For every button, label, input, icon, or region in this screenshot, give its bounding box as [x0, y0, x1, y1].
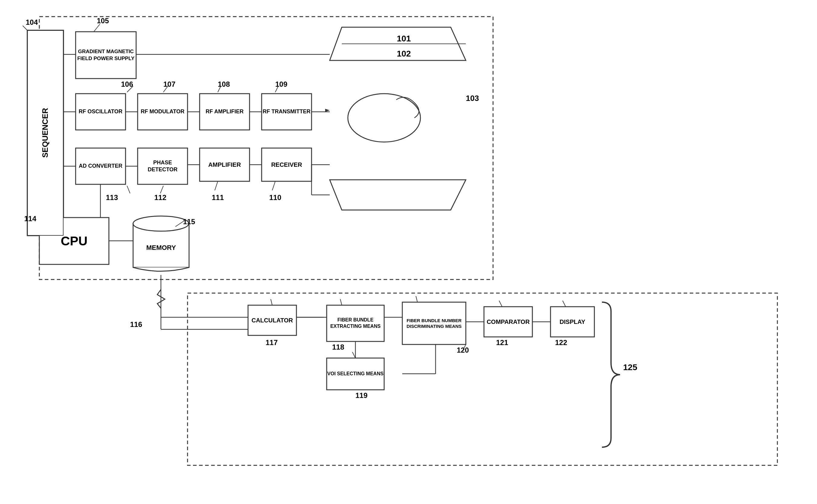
- ref-114-label: 114: [24, 215, 36, 223]
- svg-line-66: [416, 296, 417, 302]
- mri-top-number-2: 102: [342, 47, 466, 60]
- sequencer-block: SEQUENCER: [27, 30, 63, 236]
- cpu-block: CPU: [39, 218, 109, 264]
- fiber-bundle-extracting-block: FIBER BUNDLE EXTRACTING MEANS: [327, 305, 384, 341]
- ref-122: 122: [555, 338, 567, 347]
- ref-114: 114: [24, 215, 36, 223]
- ref-111-label: 111: [212, 193, 224, 202]
- ref-115: 115: [183, 218, 195, 226]
- ref-107-label: 107: [163, 80, 175, 89]
- ref-120: 120: [457, 346, 469, 354]
- ref-106-label: 106: [121, 80, 133, 89]
- sequencer-label: SEQUENCER: [40, 108, 50, 158]
- svg-line-69: [499, 301, 502, 307]
- amplifier-block: AMPLIFIER: [199, 148, 250, 181]
- ref-125-label: 125: [623, 363, 637, 372]
- ref-112: 112: [154, 193, 166, 202]
- ref-122-label: 122: [555, 338, 567, 347]
- fiber-bundle-discriminating-block: FIBER BUNDLE NUMBER DISCRIMINATING MEANS: [402, 302, 466, 344]
- ad-converter-block: AD CONVERTER: [76, 148, 125, 184]
- ref-108-label: 108: [218, 80, 230, 89]
- ref-121: 121: [496, 338, 508, 347]
- rf-modulator-label: RF MODULATOR: [141, 108, 184, 115]
- ref-104: 104: [26, 18, 38, 26]
- ref-121-label: 121: [496, 338, 508, 347]
- fiber-bundle-discriminating-label: FIBER BUNDLE NUMBER DISCRIMINATING MEANS: [402, 318, 466, 329]
- ref-118: 118: [332, 343, 344, 351]
- receiver-label: RECEIVER: [271, 161, 302, 169]
- svg-line-53: [94, 24, 100, 32]
- display-label: DISPLAY: [559, 318, 585, 325]
- ref-118-label: 118: [332, 343, 344, 351]
- mri-top-number: 101: [342, 30, 466, 47]
- fiber-bundle-extracting-label: FIBER BUNDLE EXTRACTING MEANS: [327, 317, 384, 330]
- calculator-label: CALCULATOR: [251, 317, 293, 324]
- ref-112-label: 112: [154, 193, 166, 202]
- voi-selecting-block: VOI SELECTING MEANS: [327, 358, 384, 390]
- ref-113-label: 113: [106, 193, 118, 202]
- ref-108: 108: [218, 80, 230, 88]
- svg-marker-51: [325, 109, 330, 112]
- display-block: DISPLAY: [550, 307, 594, 337]
- ref-101: 101: [397, 34, 411, 44]
- svg-line-70: [562, 301, 566, 307]
- ref-107: 107: [163, 80, 175, 88]
- rf-oscillator-label: RF OSCILLATOR: [79, 108, 122, 115]
- ref-115-label: 115: [183, 218, 195, 226]
- ref-117-label: 117: [266, 338, 278, 347]
- ref-113: 113: [106, 193, 118, 202]
- voi-selecting-label: VOI SELECTING MEANS: [327, 371, 384, 377]
- svg-point-18: [133, 216, 189, 231]
- svg-line-65: [340, 299, 342, 305]
- comparator-label: COMPARATOR: [487, 318, 530, 325]
- rf-amplifier-block: RF AMPLIFIER: [199, 94, 250, 130]
- gradient-supply-label: GRADIENT MAGNETIC FIELD POWER SUPPLY: [76, 48, 136, 62]
- ref-109-label: 109: [275, 80, 287, 89]
- rf-amplifier-label: RF AMPLIFIER: [206, 108, 244, 115]
- ref-119-label: 119: [355, 391, 368, 400]
- phase-detector-label: PHASE DETECTOR: [138, 159, 187, 173]
- rf-oscillator-block: RF OSCILLATOR: [76, 94, 125, 130]
- ref-110-label: 110: [269, 193, 281, 202]
- ref-116-label: 116: [130, 320, 142, 329]
- ref-105-label: 105: [97, 17, 109, 25]
- svg-line-64: [271, 299, 272, 305]
- ref-103: 103: [466, 94, 479, 103]
- phase-detector-block: PHASE DETECTOR: [138, 148, 187, 184]
- svg-point-5: [348, 94, 420, 142]
- ref-110: 110: [269, 193, 281, 202]
- gradient-supply-block: GRADIENT MAGNETIC FIELD POWER SUPPLY: [76, 32, 136, 79]
- ad-converter-label: AD CONVERTER: [79, 163, 122, 170]
- svg-marker-4: [330, 180, 466, 210]
- ref-109: 109: [275, 80, 287, 88]
- ref-111: 111: [212, 193, 224, 202]
- calculator-block: CALCULATOR: [248, 305, 297, 335]
- svg-line-58: [127, 186, 130, 193]
- svg-line-61: [272, 181, 275, 190]
- rf-modulator-block: RF MODULATOR: [138, 94, 187, 130]
- memory-label: MEMORY: [146, 244, 176, 252]
- receiver-block: RECEIVER: [262, 148, 312, 181]
- ref-116: 116: [130, 320, 142, 328]
- rf-transmitter-block: RF TRANSMITTER: [262, 94, 312, 130]
- ref-103-label: 103: [466, 94, 479, 103]
- rf-transmitter-label: RF TRANSMITTER: [263, 108, 311, 115]
- svg-line-67: [352, 352, 355, 358]
- ref-119: 119: [355, 391, 368, 399]
- ref-102: 102: [397, 49, 411, 59]
- cpu-label: CPU: [61, 234, 88, 248]
- amplifier-label: AMPLIFIER: [209, 161, 241, 169]
- ref-106: 106: [121, 80, 133, 88]
- ref-125: 125: [623, 363, 637, 372]
- ref-117: 117: [266, 338, 278, 347]
- ref-104-label: 104: [26, 18, 38, 27]
- ref-105: 105: [97, 17, 109, 25]
- comparator-block: COMPARATOR: [484, 307, 532, 337]
- memory-block: MEMORY: [133, 236, 189, 260]
- svg-line-59: [160, 186, 163, 193]
- ref-120-label: 120: [457, 346, 469, 354]
- svg-line-60: [215, 181, 218, 190]
